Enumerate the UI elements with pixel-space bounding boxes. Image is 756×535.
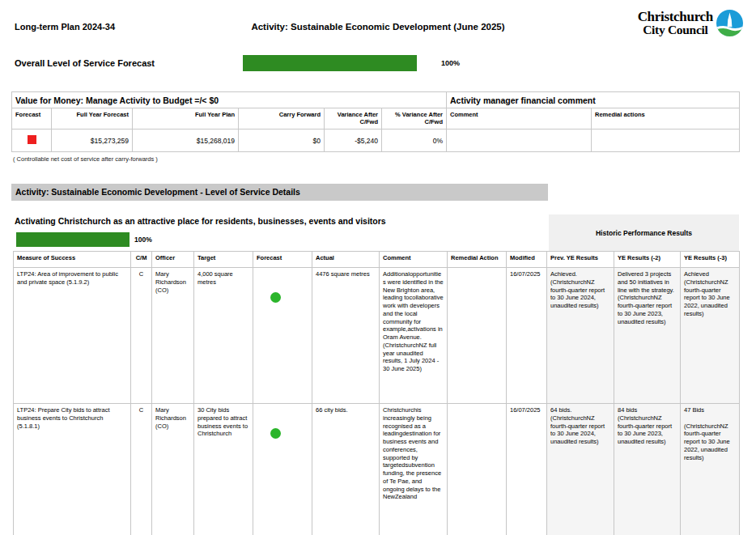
measure-of-success: LTP24: Area of improvement to public and… (14, 268, 131, 404)
forecast-cell (253, 268, 312, 404)
vfm-remedial-actions (592, 130, 740, 152)
los-col-target: Target (194, 252, 253, 268)
value-for-money-table: Value for Money: Manage Activity to Budg… (11, 91, 740, 152)
overall-forecast-label: Overall Level of Service Forecast (15, 58, 155, 68)
los-section-header: Activity: Sustainable Economic Developme… (11, 184, 548, 201)
los-group-title: Activating Christchurch as an attractive… (15, 216, 386, 226)
los-col-prev-ye-results: Prev. YE Results (547, 252, 614, 268)
los-row-2: LTP24: Prepare City bids to attract busi… (14, 404, 740, 535)
report-page: Long-term Plan 2024-34 Activity: Sustain… (0, 0, 756, 535)
ye-results-minus3: 47 Bids (ChristchurchNZ fourth-quarter r… (681, 404, 740, 535)
officer: Mary Richardson (CO) (152, 404, 194, 535)
los-col-actual: Actual (312, 252, 380, 268)
los-col-modified: Modified (507, 252, 547, 268)
remedial-action (448, 268, 507, 404)
ye-results-minus3: Achieved (ChristchurchNZ fourth-quarter … (681, 268, 740, 404)
los-row-1: LTP24: Area of improvement to public and… (14, 268, 740, 404)
vfm-carry-forward: $0 (239, 130, 325, 152)
vfm-col-variance-after-cfwd: Variance After C/Fwd (325, 108, 382, 130)
historic-performance-header: Historic Performance Results (549, 214, 739, 251)
group-forecast-percent: 100% (134, 236, 152, 244)
comment: Christchurchis increasingly being recogn… (380, 404, 448, 535)
vfm-col-pct-variance-after-cfwd: % Variance After C/Fwd (382, 108, 447, 130)
overall-forecast-bar-fill (243, 55, 417, 71)
cm-value: C (131, 404, 152, 535)
los-col-comment: Comment (380, 252, 448, 268)
forecast-status-dot (270, 292, 281, 303)
council-logo-text: Christchurch City Council (638, 10, 713, 36)
target: 4,000 square metres (194, 268, 253, 404)
vfm-comment (447, 130, 592, 152)
modified-date: 16/07/2025 (507, 404, 547, 535)
vfm-footnote: ( Controllable net cost of service after… (13, 155, 158, 163)
los-col-ye-results-minus3: YE Results (-3) (681, 252, 740, 268)
logo-text-line2: City Council (638, 23, 713, 36)
logo-text-line1: Christchurch (638, 10, 713, 23)
vfm-col-comment: Comment (447, 108, 592, 130)
target: 30 City bids prepared to attract busines… (194, 404, 253, 535)
remedial-action (448, 404, 507, 535)
modified-date: 16/07/2025 (507, 268, 547, 404)
los-col-measure: Measure of Success (14, 252, 131, 268)
los-col-ye-results-minus2: YE Results (-2) (614, 252, 681, 268)
vfm-col-remedial-actions: Remedial actions (592, 108, 740, 130)
vfm-col-full-year-forecast: Full Year Forecast (52, 108, 133, 130)
los-col-forecast: Forecast (253, 252, 312, 268)
vfm-col-carry-forward: Carry Forward (239, 108, 325, 130)
los-col-cm: C/M (131, 252, 152, 268)
overall-forecast-percent: 100% (441, 59, 460, 67)
comment: Additionalopportunities were identified … (380, 268, 448, 404)
vfm-col-forecast: Forecast (12, 108, 52, 130)
council-logo-icon (716, 10, 743, 36)
vfm-title: Value for Money: Manage Activity to Budg… (12, 92, 447, 108)
los-header-row: Measure of Success C/M Officer Target Fo… (14, 252, 740, 268)
measure-of-success: LTP24: Prepare City bids to attract busi… (14, 404, 131, 535)
actual: 66 city bids. (312, 404, 380, 535)
group-forecast-bar (16, 232, 130, 247)
group-forecast-bar-fill (16, 232, 130, 247)
ye-results-minus2: 84 bids (ChristchurchNZ fourth-quarter r… (614, 404, 681, 535)
budget-status-indicator (28, 135, 36, 144)
los-col-remedial-action: Remedial Action (448, 252, 507, 268)
vfm-data-row: $15,273,259 $15,268,019 $0 -$5,240 0% (12, 130, 740, 152)
council-logo: Christchurch City Council (638, 10, 743, 36)
vfm-header-row: Forecast Full Year Forecast Full Year Pl… (12, 108, 740, 130)
officer: Mary Richardson (CO) (152, 268, 194, 404)
cm-value: C (131, 268, 152, 404)
vfm-forecast-cell (12, 130, 52, 152)
prev-ye-results: 64 bids. (ChristchurchNZ fourth-quarter … (547, 404, 614, 535)
forecast-status-dot (270, 428, 281, 439)
vfm-variance-after-cfwd: -$5,240 (325, 130, 382, 152)
forecast-cell (253, 404, 312, 535)
prev-ye-results: Achieved. (ChristchurchNZ fourth-quarter… (547, 268, 614, 404)
ye-results-minus2: Delivered 3 projects and 50 initiatives … (614, 268, 681, 404)
vfm-col-full-year-plan: Full Year Plan (133, 108, 239, 130)
vfm-pct-variance-after-cfwd: 0% (382, 130, 447, 152)
vfm-full-year-plan: $15,268,019 (133, 130, 239, 152)
actual: 4476 square metres (312, 268, 380, 404)
vfm-full-year-forecast: $15,273,259 (52, 130, 133, 152)
los-col-officer: Officer (152, 252, 194, 268)
level-of-service-table: Measure of Success C/M Officer Target Fo… (13, 251, 740, 535)
overall-forecast-bar (243, 55, 417, 71)
vfm-manager-comment-title: Activity manager financial comment (447, 92, 740, 108)
vfm-title-row: Value for Money: Manage Activity to Budg… (12, 92, 740, 108)
